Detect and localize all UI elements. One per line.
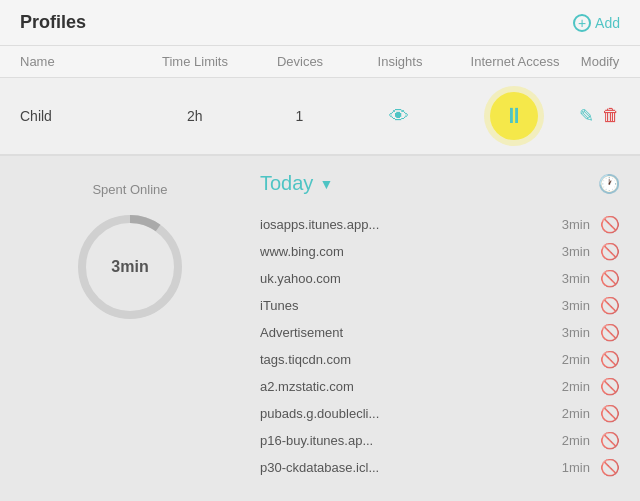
table-header: Name Time Limits Devices Insights Intern…	[0, 46, 640, 78]
col-timelimits-header: Time Limits	[140, 54, 250, 69]
edit-icon[interactable]: ✎	[579, 105, 594, 127]
site-list: iosapps.itunes.app...3min🚫www.bing.com3m…	[260, 213, 620, 479]
donut-center-text: 3min	[111, 258, 148, 276]
site-time: 2min	[555, 433, 590, 448]
site-time: 3min	[555, 325, 590, 340]
list-item: www.bing.com3min🚫	[260, 240, 620, 263]
cell-modify: ✎ 🗑	[579, 105, 620, 127]
site-time: 2min	[555, 379, 590, 394]
site-time: 2min	[555, 406, 590, 421]
cell-insights: 👁	[349, 105, 449, 128]
col-internet-header: Internet Access	[450, 54, 580, 69]
add-button[interactable]: + Add	[573, 14, 620, 32]
site-name: a2.mzstatic.com	[260, 379, 555, 394]
plus-icon: +	[573, 14, 591, 32]
block-icon[interactable]: 🚫	[600, 215, 620, 234]
right-panel-header: Today ▼ 🕐	[260, 172, 620, 201]
left-panel: Spent Online 3min	[20, 172, 240, 479]
list-item: iTunes3min🚫	[260, 294, 620, 317]
pause-icon: ⏸	[503, 103, 525, 129]
cell-internet: ⏸	[449, 92, 579, 140]
site-name: iosapps.itunes.app...	[260, 217, 555, 232]
col-insights-header: Insights	[350, 54, 450, 69]
pause-button[interactable]: ⏸	[490, 92, 538, 140]
spent-label: Spent Online	[92, 182, 167, 197]
site-name: Advertisement	[260, 325, 555, 340]
block-icon[interactable]: 🚫	[600, 458, 620, 477]
table-row: Child 2h 1 👁 ⏸ ✎ 🗑	[0, 78, 640, 156]
site-time: 2min	[555, 352, 590, 367]
delete-icon[interactable]: 🗑	[602, 105, 620, 127]
right-panel: Today ▼ 🕐 iosapps.itunes.app...3min🚫www.…	[260, 172, 620, 479]
profiles-header: Profiles + Add	[0, 0, 640, 46]
site-time: 1min	[555, 460, 590, 475]
site-time: 3min	[555, 298, 590, 313]
site-name: pubads.g.doublecli...	[260, 406, 555, 421]
block-icon[interactable]: 🚫	[600, 350, 620, 369]
block-icon[interactable]: 🚫	[600, 242, 620, 261]
site-time: 3min	[555, 271, 590, 286]
chevron-down-icon[interactable]: ▼	[319, 176, 333, 192]
bottom-panel: Spent Online 3min Today ▼ 🕐 iosapps.itun…	[0, 156, 640, 495]
site-time: 3min	[555, 244, 590, 259]
list-item: p30-ckdatabase.icl...1min🚫	[260, 456, 620, 479]
donut-chart: 3min	[70, 207, 190, 327]
cell-name: Child	[20, 108, 140, 124]
block-icon[interactable]: 🚫	[600, 404, 620, 423]
cell-devices: 1	[250, 108, 350, 124]
list-item: uk.yahoo.com3min🚫	[260, 267, 620, 290]
site-name: tags.tiqcdn.com	[260, 352, 555, 367]
list-item: Advertisement3min🚫	[260, 321, 620, 344]
today-label: Today	[260, 172, 313, 195]
eye-icon[interactable]: 👁	[389, 105, 409, 128]
site-name: iTunes	[260, 298, 555, 313]
col-devices-header: Devices	[250, 54, 350, 69]
block-icon[interactable]: 🚫	[600, 377, 620, 396]
list-item: a2.mzstatic.com2min🚫	[260, 375, 620, 398]
col-modify-header: Modify	[580, 54, 620, 69]
block-icon[interactable]: 🚫	[600, 431, 620, 450]
site-name: p30-ckdatabase.icl...	[260, 460, 555, 475]
profiles-title: Profiles	[20, 12, 86, 33]
history-icon[interactable]: 🕐	[598, 173, 620, 195]
list-item: tags.tiqcdn.com2min🚫	[260, 348, 620, 371]
site-name: p16-buy.itunes.ap...	[260, 433, 555, 448]
site-time: 3min	[555, 217, 590, 232]
cell-timelimits: 2h	[140, 108, 250, 124]
site-name: www.bing.com	[260, 244, 555, 259]
site-name: uk.yahoo.com	[260, 271, 555, 286]
list-item: p16-buy.itunes.ap...2min🚫	[260, 429, 620, 452]
block-icon[interactable]: 🚫	[600, 269, 620, 288]
today-section: Today ▼	[260, 172, 333, 195]
list-item: pubads.g.doublecli...2min🚫	[260, 402, 620, 425]
col-name-header: Name	[20, 54, 140, 69]
block-icon[interactable]: 🚫	[600, 296, 620, 315]
block-icon[interactable]: 🚫	[600, 323, 620, 342]
list-item: iosapps.itunes.app...3min🚫	[260, 213, 620, 236]
add-label: Add	[595, 15, 620, 31]
